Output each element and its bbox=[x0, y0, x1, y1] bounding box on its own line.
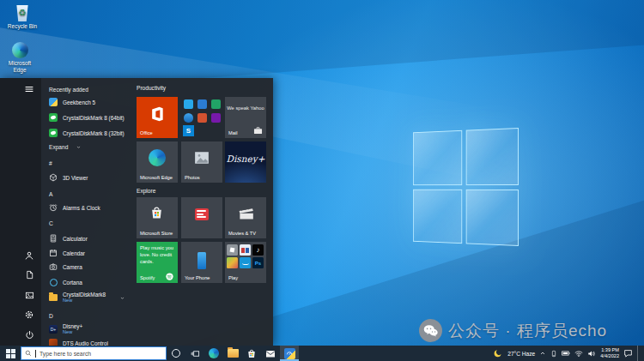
tile-microsoft-edge[interactable]: Microsoft Edge bbox=[137, 141, 178, 183]
settings-button[interactable] bbox=[23, 309, 35, 321]
tile-skype[interactable]: S bbox=[183, 125, 194, 136]
weather-text[interactable]: 27°C Haze bbox=[507, 351, 535, 357]
tile-microsoft-store[interactable]: Microsoft Store bbox=[137, 197, 178, 238]
battery-icon bbox=[562, 350, 570, 357]
app-list-folder-crystaldiskmark8[interactable]: CrystalDiskMark8 New bbox=[41, 289, 132, 306]
power-button[interactable] bbox=[23, 328, 35, 340]
app-list-item-3d-viewer[interactable]: 3D Viewer bbox=[41, 171, 132, 184]
mail-button[interactable] bbox=[261, 346, 280, 361]
prime-video-icon[interactable] bbox=[240, 257, 251, 268]
show-desktop-button[interactable] bbox=[637, 346, 641, 361]
moon-weather-icon bbox=[493, 349, 503, 358]
volume-tray-button[interactable] bbox=[587, 350, 596, 358]
geekbench-taskbar-button[interactable] bbox=[280, 346, 299, 361]
tile-office[interactable]: Office bbox=[137, 97, 178, 138]
photoshop-express-icon[interactable]: Ps bbox=[252, 257, 264, 268]
app-list-item-camera[interactable]: Camera bbox=[41, 260, 132, 274]
tile-group-title: Productivity bbox=[137, 85, 166, 91]
onedrive-icon[interactable] bbox=[184, 113, 193, 123]
tile-your-phone[interactable]: Your Phone bbox=[181, 242, 222, 283]
cortana-button[interactable] bbox=[167, 346, 185, 361]
app-list-section-a[interactable]: A bbox=[41, 187, 132, 201]
disney-plus-logo: Disney+ bbox=[225, 153, 266, 164]
3d-viewer-icon bbox=[49, 173, 58, 182]
chevron-down-icon bbox=[119, 295, 125, 301]
show-hidden-icons-button[interactable] bbox=[539, 350, 546, 357]
phone-tray-button[interactable] bbox=[550, 350, 557, 358]
task-view-button[interactable] bbox=[185, 346, 204, 361]
app-list-item-crystaldiskmark-32[interactable]: CrystalDiskMark 8 (32bit) bbox=[41, 126, 132, 140]
roblox-icon[interactable] bbox=[227, 244, 238, 256]
app-list-item-calendar[interactable]: Calendar bbox=[41, 246, 132, 260]
pictures-button[interactable] bbox=[23, 289, 35, 301]
edge-icon bbox=[149, 149, 166, 166]
windows-logo-pane bbox=[413, 130, 462, 185]
speaker-icon bbox=[587, 350, 596, 358]
app-list-expand-button[interactable]: Expand bbox=[41, 140, 132, 153]
windows-logo-pane bbox=[465, 189, 519, 246]
outlook-icon[interactable] bbox=[184, 99, 193, 109]
app-list-item-calculator[interactable]: Calculator bbox=[41, 232, 132, 245]
tile-disney-plus[interactable]: Disney+ bbox=[225, 141, 266, 183]
tile-news[interactable] bbox=[181, 197, 222, 238]
desktop-icon-recycle-bin[interactable]: ♻ Recycle Bin bbox=[3, 5, 42, 30]
start-button[interactable] bbox=[0, 346, 21, 361]
app-list-item-geekbench-5[interactable]: Geekbench 5 bbox=[41, 95, 132, 109]
network-tray-button[interactable] bbox=[574, 350, 583, 358]
microsoft-store-button[interactable] bbox=[242, 346, 261, 361]
word-icon[interactable] bbox=[197, 99, 207, 109]
folder-icon bbox=[49, 293, 58, 302]
solitaire-icon[interactable] bbox=[240, 244, 251, 256]
taskbar-clock[interactable]: 1:39 PM 4/4/2022 bbox=[600, 347, 619, 358]
app-list-section-hash[interactable]: # bbox=[41, 156, 132, 170]
start-menu-tiles: Productivity Office S We speak Yah bbox=[131, 78, 273, 346]
geekbench-icon bbox=[284, 348, 295, 359]
windows-logo-pane bbox=[413, 189, 462, 244]
battery-tray-button[interactable] bbox=[562, 350, 570, 357]
calculator-icon bbox=[49, 234, 58, 243]
briefcase-icon bbox=[253, 126, 263, 135]
store-bag-icon bbox=[149, 205, 164, 220]
app-list-section-c[interactable]: C bbox=[41, 216, 132, 230]
excel-icon[interactable] bbox=[211, 99, 221, 109]
candy-crush-icon[interactable] bbox=[227, 257, 238, 268]
edge-icon bbox=[209, 348, 219, 358]
tiktok-icon[interactable]: ♪ bbox=[252, 244, 264, 256]
documents-button[interactable] bbox=[23, 268, 35, 280]
alarm-clock-icon bbox=[49, 203, 58, 212]
app-list-item-alarms-clock[interactable]: Alarms & Clock bbox=[41, 201, 132, 214]
taskbar-edge-button[interactable] bbox=[204, 346, 223, 361]
app-list-item-disney-plus[interactable]: D+ Disney+ New bbox=[41, 321, 132, 338]
desktop-icon-label: Recycle Bin bbox=[8, 23, 37, 30]
menu-hamburger-button[interactable] bbox=[23, 83, 35, 95]
photos-icon bbox=[194, 151, 210, 165]
tile-mail[interactable]: We speak Yahoo Mail bbox=[225, 97, 266, 138]
wifi-icon bbox=[574, 350, 583, 358]
search-icon bbox=[25, 350, 32, 357]
taskbar-search-input[interactable]: Type here to search bbox=[21, 346, 167, 360]
action-center-button[interactable] bbox=[623, 349, 633, 358]
tile-group-title: Explore bbox=[137, 188, 155, 194]
play-apps-grid: ♪ Ps bbox=[227, 244, 264, 268]
watermark: 公众号 · 程序员echo bbox=[419, 319, 607, 342]
calendar-icon bbox=[49, 249, 58, 257]
recycle-bin-icon: ♻ bbox=[16, 5, 29, 21]
clapperboard-icon bbox=[238, 206, 254, 220]
tile-spotify[interactable]: Play music you love. No credit cards. Sp… bbox=[137, 242, 178, 283]
start-menu-app-list: Recently added Geekbench 5 CrystalDiskMa… bbox=[41, 78, 132, 346]
app-list-item-cortana[interactable]: Cortana bbox=[41, 275, 132, 289]
app-list-item-crystaldiskmark-64[interactable]: CrystalDiskMark 8 (64bit) bbox=[41, 111, 132, 124]
powerpoint-icon[interactable] bbox=[197, 113, 207, 123]
tile-play-group[interactable]: ♪ Ps Play bbox=[225, 242, 266, 283]
desktop-icon-microsoft-edge[interactable]: Microsoft Edge bbox=[3, 42, 37, 74]
cortana-icon bbox=[172, 349, 180, 358]
file-explorer-button[interactable] bbox=[223, 346, 242, 361]
tile-group-office-apps: S bbox=[181, 97, 222, 138]
tile-photos[interactable]: Photos bbox=[181, 141, 222, 183]
tile-movies-tv[interactable]: Movies & TV bbox=[225, 197, 266, 238]
onenote-icon[interactable] bbox=[211, 113, 221, 123]
windows-logo-pane bbox=[465, 128, 519, 185]
user-account-button[interactable] bbox=[23, 250, 35, 262]
geekbench-icon bbox=[49, 98, 58, 106]
phone-icon bbox=[197, 252, 206, 269]
